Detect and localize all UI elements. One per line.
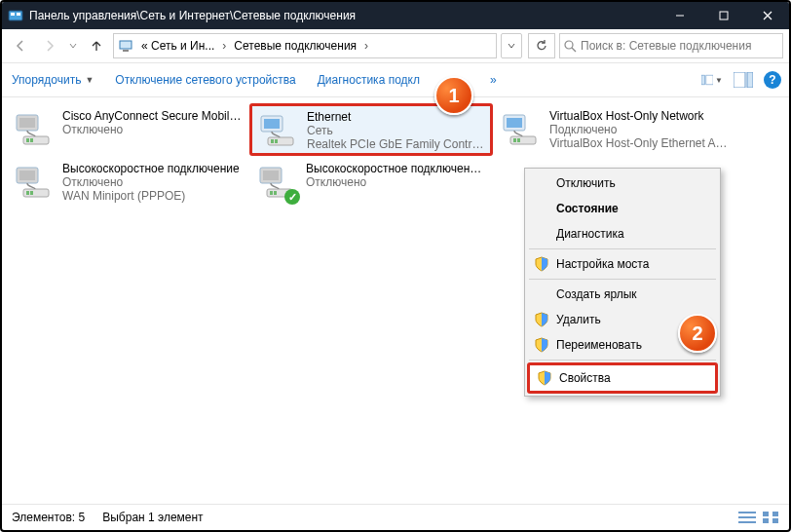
help-button[interactable]: ? (764, 71, 781, 89)
connection-device: WAN Miniport (PPPOE) (62, 189, 240, 203)
shield-icon (537, 370, 552, 386)
svg-rect-16 (19, 118, 35, 128)
breadcrumb-item[interactable]: « Сеть и Ин... (137, 37, 218, 55)
titlebar: Панель управления\Сеть и Интернет\Сетевы… (2, 2, 789, 29)
svg-rect-24 (275, 139, 278, 143)
history-dropdown[interactable] (66, 33, 80, 58)
svg-rect-14 (747, 72, 753, 88)
shield-icon (534, 312, 549, 327)
svg-rect-19 (30, 138, 33, 142)
svg-rect-39 (274, 191, 277, 195)
network-adapter-icon (258, 110, 299, 151)
svg-rect-31 (19, 171, 35, 180)
chevron-right-icon: › (220, 39, 228, 53)
back-button[interactable] (8, 33, 33, 58)
network-adapter-icon (14, 109, 55, 150)
view-layout-button[interactable]: ▼ (701, 69, 723, 91)
window-buttons (658, 2, 789, 29)
svg-rect-4 (720, 12, 728, 19)
connection-status: Подключено (549, 123, 729, 136)
chevron-right-icon: › (362, 39, 370, 53)
icons-view-icon[interactable] (762, 511, 779, 524)
connection-name: Высокоскоростное подключение 2 (306, 162, 485, 175)
up-button[interactable] (84, 33, 109, 58)
connection-device: VirtualBox Host-Only Ethernet Ad... (549, 136, 729, 150)
search-input[interactable]: Поиск в: Сетевые подключения (559, 33, 783, 58)
svg-rect-12 (706, 75, 713, 85)
context-menu: Отключить Состояние Диагностика Настройк… (524, 168, 721, 397)
svg-line-10 (572, 48, 576, 52)
window: Панель управления\Сеть и Интернет\Сетевы… (0, 0, 791, 532)
connection-device: Realtek PCIe GbE Family Controller (307, 137, 484, 151)
network-adapter-icon: ✓ (257, 162, 298, 203)
callout-2: 2 (678, 314, 717, 353)
svg-rect-40 (738, 512, 756, 513)
svg-rect-13 (734, 72, 745, 88)
organize-menu[interactable]: Упорядочить▼ (10, 69, 95, 91)
control-panel-icon (8, 8, 23, 23)
menu-separator (529, 279, 716, 280)
address-bar: « Сеть и Ин... › Сетевые подключения › П… (2, 29, 789, 63)
connection-name: Высокоскоростное подключение (62, 162, 240, 175)
menu-bridge[interactable]: Настройка моста (527, 251, 718, 277)
svg-rect-41 (738, 516, 756, 518)
svg-rect-8 (123, 50, 129, 52)
search-placeholder: Поиск в: Сетевые подключения (581, 39, 751, 53)
close-button[interactable] (745, 2, 789, 29)
svg-rect-38 (270, 191, 273, 195)
selection-count: Выбран 1 элемент (102, 511, 203, 524)
connection-item[interactable]: ✓Высокоскоростное подключение 2Отключено (249, 156, 493, 209)
svg-rect-11 (701, 75, 705, 85)
preview-pane-button[interactable] (733, 69, 754, 91)
connection-item[interactable]: Cisco AnyConnect Secure Mobility Client … (6, 103, 249, 156)
refresh-button[interactable] (528, 33, 555, 58)
svg-rect-2 (17, 13, 20, 16)
more-commands[interactable]: » (488, 69, 499, 91)
breadcrumb-dropdown[interactable] (501, 33, 522, 58)
svg-rect-44 (772, 512, 778, 516)
menu-status[interactable]: Состояние (527, 196, 718, 221)
svg-rect-36 (263, 171, 279, 180)
svg-rect-26 (507, 118, 522, 128)
connection-status: Отключено (62, 123, 242, 136)
menu-create-shortcut[interactable]: Создать ярлык (527, 282, 718, 307)
details-view-icon[interactable] (738, 511, 756, 524)
svg-rect-45 (763, 518, 769, 523)
item-count: Элементов: 5 (12, 511, 85, 524)
svg-rect-28 (513, 138, 516, 142)
view-controls: ▼ ? (701, 69, 781, 91)
disable-device-button[interactable]: Отключение сетевого устройства (113, 69, 297, 91)
menu-separator (529, 248, 716, 249)
breadcrumb[interactable]: « Сеть и Ин... › Сетевые подключения › (113, 33, 497, 58)
svg-rect-18 (26, 138, 29, 142)
status-bar: Элементов: 5 Выбран 1 элемент (2, 504, 789, 530)
menu-properties[interactable]: Свойства (527, 362, 718, 394)
svg-rect-43 (763, 512, 769, 516)
menu-disconnect[interactable]: Отключить (527, 171, 718, 196)
svg-rect-7 (120, 41, 132, 49)
svg-rect-23 (271, 139, 274, 143)
diagnose-button[interactable]: Диагностика подкл (316, 69, 422, 91)
svg-rect-29 (517, 138, 520, 142)
minimize-button[interactable] (658, 2, 701, 29)
window-title: Панель управления\Сеть и Интернет\Сетевы… (29, 9, 658, 22)
svg-point-9 (565, 41, 573, 49)
connection-item[interactable]: Высокоскоростное подключениеОтключеноWAN… (6, 156, 249, 209)
connection-item[interactable]: VirtualBox Host-Only NetworkПодключеноVi… (493, 103, 736, 156)
command-bar: Упорядочить▼ Отключение сетевого устройс… (2, 63, 789, 97)
search-icon (564, 40, 577, 53)
menu-separator (529, 360, 716, 361)
network-adapter-icon (501, 109, 542, 150)
maximize-button[interactable] (701, 2, 745, 29)
connection-name: Cisco AnyConnect Secure Mobility Client … (62, 109, 242, 123)
breadcrumb-item[interactable]: Сетевые подключения (230, 37, 360, 55)
svg-rect-46 (772, 518, 778, 523)
connection-status: Отключено (306, 175, 485, 189)
svg-rect-34 (30, 191, 33, 195)
menu-diagnostics[interactable]: Диагностика (527, 221, 718, 247)
svg-rect-21 (264, 119, 280, 129)
connection-status: Отключено (62, 175, 240, 189)
callout-1: 1 (434, 76, 473, 115)
forward-button[interactable] (37, 33, 62, 58)
check-icon: ✓ (284, 189, 300, 205)
